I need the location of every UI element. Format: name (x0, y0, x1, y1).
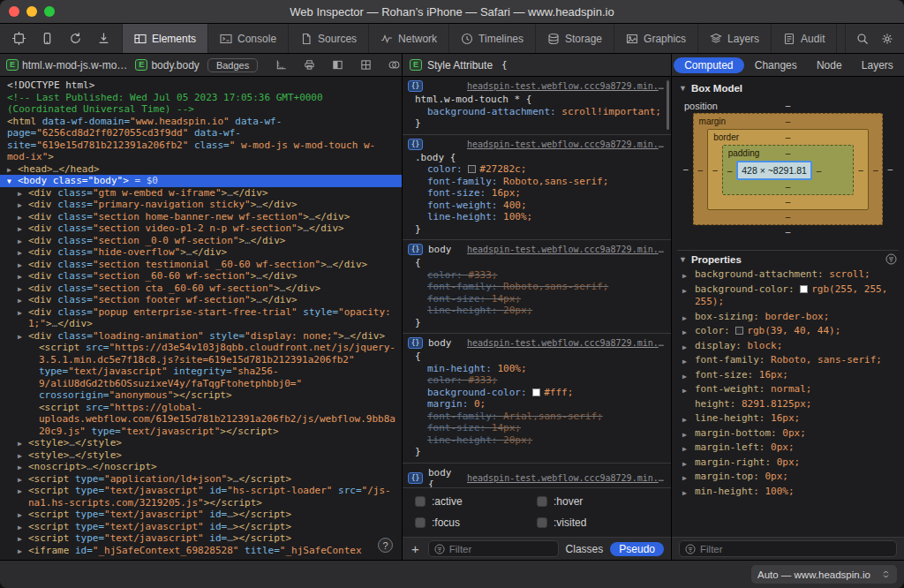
box-model-section-header[interactable]: ▼ Box Model (677, 80, 899, 96)
stylesheet-link[interactable]: headspin-test.webflow.ccc9a8729.min.css:… (467, 245, 666, 254)
css-property[interactable]: font-family: Roboto,sans-serif; (408, 281, 666, 293)
tab-network[interactable]: Network (369, 24, 449, 53)
computed-property-row[interactable]: ▶margin-right: 0px; (677, 456, 899, 471)
expand-arrow-icon[interactable]: ▶ (682, 429, 687, 442)
expand-arrow-icon[interactable]: ▶ (18, 438, 22, 450)
css-property[interactable]: font-size: 14px; (408, 422, 666, 434)
goto-style-icon[interactable]: {} (408, 80, 423, 92)
css-selector-line[interactable]: } (408, 317, 666, 329)
expand-arrow-icon[interactable]: ▶ (18, 533, 22, 546)
tab-node[interactable]: Node (808, 57, 851, 73)
checkbox-icon[interactable] (537, 517, 547, 528)
dom-node-line[interactable]: ▶<div class="gtm w-embed w-iframe">…</di… (0, 187, 402, 200)
expand-arrow-icon[interactable]: ▶ (18, 223, 22, 236)
expand-arrow-icon[interactable]: ▶ (682, 313, 687, 326)
dom-node-line[interactable]: ▶<style>…</style> (0, 449, 402, 462)
expand-arrow-icon[interactable]: ▶ (18, 247, 22, 260)
expand-arrow-icon[interactable]: ▶ (682, 487, 687, 501)
reload-button[interactable] (65, 29, 85, 49)
dom-node-line[interactable]: ▶<div class="section testimonial _60-60 … (0, 259, 402, 271)
css-property[interactable]: min-height: 100%; (408, 363, 666, 375)
dom-node-line[interactable]: ▶<style>…</style> (0, 437, 402, 449)
appearance-button[interactable] (384, 56, 403, 75)
css-property[interactable]: line-height: 100%; (408, 211, 666, 223)
goto-style-icon[interactable]: {} (408, 337, 423, 349)
computed-property-row[interactable]: ▶font-size: 16px; (677, 368, 899, 383)
stylesheet-link[interactable]: headspin-test.webflow.ccc9a8729.min.css:… (467, 81, 666, 91)
rulers-button[interactable] (271, 56, 290, 75)
dom-node-line[interactable]: <script src="https://global-uploads.webf… (0, 402, 402, 438)
dom-node-line[interactable]: ▶<div class="section home-banner-new wf-… (0, 211, 402, 223)
dom-node-line[interactable]: ▶<script type="text/javascript" id=…></s… (0, 532, 402, 545)
breadcrumb-item-html[interactable]: E html.w-mod-js.w-mo… (6, 59, 127, 72)
breadcrumb-item-body[interactable]: E body.body (135, 59, 200, 72)
expand-arrow-icon[interactable]: ▶ (18, 260, 22, 272)
css-selector-line[interactable]: } (408, 117, 666, 130)
tab-computed[interactable]: Computed (674, 57, 743, 73)
grid-overlay-button[interactable] (356, 56, 375, 75)
expand-arrow-icon[interactable]: ▶ (682, 327, 687, 340)
tab-changes[interactable]: Changes (746, 57, 806, 73)
goto-style-icon[interactable]: {} (408, 139, 423, 150)
pseudo-toggle-hover[interactable]: :hover (537, 495, 659, 508)
dom-node-line[interactable]: ▶<div class="section _60-60 wf-section">… (0, 270, 402, 283)
tab-graphics[interactable]: Graphics (614, 24, 698, 53)
color-swatch[interactable] (468, 165, 476, 173)
css-selector[interactable]: body (428, 244, 452, 255)
tab-elements[interactable]: Elements (123, 24, 208, 53)
pseudo-toggle-focus[interactable]: :focus (415, 516, 537, 529)
stylesheet-link[interactable]: headspin-test.webflow.ccc9a8729.min.css:… (467, 338, 666, 348)
dom-node-line[interactable]: ▶<div class="section cta _60-60 wf-secti… (0, 283, 402, 295)
dom-node-line[interactable]: ▶<div class="section video-p1-2 n-p wf-s… (0, 222, 402, 235)
goto-style-icon[interactable]: {} (408, 472, 423, 484)
tab-audit[interactable]: Audit (772, 24, 837, 53)
expand-arrow-icon[interactable]: ▶ (18, 200, 22, 212)
css-property[interactable]: background-color: #fff; (408, 387, 666, 399)
device-button[interactable] (37, 29, 56, 49)
expand-arrow-icon[interactable]: ▶ (18, 283, 22, 296)
computed-property-row[interactable]: ▶margin-bottom: 0px; (677, 426, 899, 441)
css-property[interactable]: color: #27282c; (408, 163, 666, 176)
element-picker-button[interactable] (9, 29, 28, 49)
style-attribute-header[interactable]: E Style Attribute { (403, 54, 672, 76)
dom-node-line[interactable]: ▶<script type="text/javascript" id=…></s… (0, 509, 402, 521)
expand-arrow-icon[interactable]: ▶ (682, 285, 687, 298)
properties-section-header[interactable]: ▼ Properties (677, 251, 899, 268)
expand-arrow-icon[interactable]: ▶ (682, 356, 687, 369)
search-button[interactable] (853, 29, 872, 49)
tab-sources[interactable]: Sources (289, 24, 369, 53)
css-selector-line[interactable]: { (408, 351, 666, 363)
expand-arrow-icon[interactable]: ▶ (682, 414, 687, 427)
computed-property-row[interactable]: ▶box-sizing: border-box; (677, 310, 899, 325)
computed-property-row[interactable]: ▶font-family: Roboto, sans-serif; (677, 353, 899, 368)
computed-property-row[interactable]: ▶margin-top: 0px; (677, 470, 899, 485)
expand-arrow-icon[interactable]: ▶ (18, 331, 22, 343)
badges-button[interactable]: Badges (207, 58, 258, 72)
expand-arrow-icon[interactable]: ▶ (18, 474, 22, 486)
computed-property-row[interactable]: ▶margin-left: 0px; (677, 441, 899, 456)
color-swatch[interactable] (532, 388, 540, 396)
css-property[interactable]: margin: 0; (408, 398, 666, 411)
expand-arrow-icon[interactable]: ▶ (682, 270, 687, 283)
dom-node-line[interactable]: ▶<script type="application/ld+json">…</s… (0, 473, 402, 486)
stylesheet-link[interactable]: headspin-test.webflow.ccc9a8729.min.css:… (467, 473, 666, 483)
expand-arrow-icon[interactable]: ▶ (682, 443, 687, 456)
checkbox-icon[interactable] (415, 496, 426, 507)
dom-node-line[interactable]: ▶<script type="text/javascript" id="hs-s… (0, 485, 402, 509)
css-selector-line[interactable]: } (408, 446, 666, 458)
computed-property-row[interactable]: ▶background-attachment: scroll; (677, 268, 899, 283)
pseudo-toggle-visited[interactable]: :visited (537, 516, 659, 529)
css-property[interactable]: line-height: 20px; (408, 434, 666, 447)
css-property[interactable]: font-family: Arial,sans-serif; (408, 411, 666, 423)
download-button[interactable] (94, 29, 113, 49)
css-property[interactable]: font-family: Roboto,sans-serif; (408, 176, 666, 188)
classes-button[interactable]: Classes (566, 543, 604, 555)
computed-property-row[interactable]: ▶line-height: 16px; (677, 411, 899, 426)
tab-console[interactable]: Console (208, 24, 289, 53)
css-selector-line[interactable]: html.w-mod-touch * { (408, 94, 666, 106)
computed-property-row[interactable]: ▶color: rgb(39, 40, 44); (677, 324, 899, 339)
collapse-arrow-icon[interactable]: ▼ (7, 176, 11, 188)
dom-node-line[interactable]: <html data-wf-domain="www.headspin.io" d… (0, 116, 402, 163)
computed-property-row[interactable]: ▶min-height: 100%; (677, 485, 899, 500)
print-button[interactable] (299, 56, 319, 75)
